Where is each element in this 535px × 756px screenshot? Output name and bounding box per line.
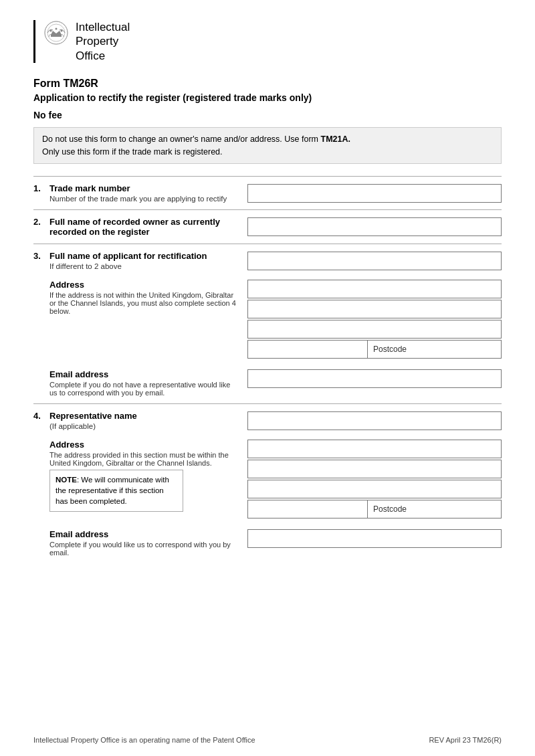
section-3-wrapper: 3. Full name of applicant for rectificat… [33,244,502,403]
svg-point-5 [56,28,58,30]
section-3-address-title: Address [49,280,237,290]
svg-rect-3 [51,35,62,37]
svg-point-1 [47,24,65,41]
logo-emblem [43,20,69,45]
section-3-postcode-label: Postcode [373,345,407,354]
page: Intellectual Property Office Form TM26R … [0,0,535,756]
section-3-address-label: Address If the address is not within the… [33,280,247,359]
org-name: Intellectual Property Office [76,20,130,63]
section-4-address-line-1[interactable] [247,440,502,458]
footer-left: Intellectual Property Office is an opera… [33,736,255,744]
representative-name-input[interactable] [247,411,502,430]
section-1-label: 1. Trade mark number Number of the trade… [33,183,247,203]
svg-marker-2 [51,31,62,35]
footer-right: REV April 23 TM26(R) [429,736,502,744]
section-4-address-inputs: Postcode [247,440,502,518]
form-title-h1: Form TM26R [33,78,98,89]
section-4-field [247,411,502,430]
section-2-field [247,217,502,237]
section-4-postcode-label: Postcode [373,504,407,514]
note-box: NOTE: We will communicate with the repre… [49,470,183,511]
section-3-address-line-2[interactable] [247,300,502,318]
section-4-label: 4. Representative name (If applicable) [33,411,247,430]
footer: Intellectual Property Office is an opera… [33,736,502,744]
section-4-wrapper: 4. Representative name (If applicable) A… [33,403,502,563]
section-3-email-input[interactable] [247,369,502,388]
section-4-address-label: Address The address provided in this sec… [33,440,247,518]
section-3-address-desc: If the address is not within the United … [49,291,237,315]
section-3-postcode-row: Postcode [247,340,502,359]
form-subtitle: Application to rectify the register (reg… [33,92,502,103]
section-4-email-label: Email address Complete if you would like… [33,529,247,557]
section-2-label: 2. Full name of recorded owner as curren… [33,217,247,237]
no-fee: No fee [33,110,502,120]
form-title: Form TM26R [33,78,502,90]
section-3-label: 3. Full name of applicant for rectificat… [33,251,247,270]
section-4-address-line-3[interactable] [247,480,502,498]
section-3-address-line-1[interactable] [247,280,502,298]
section-2: 2. Full name of recorded owner as curren… [33,209,502,244]
section-1: 1. Trade mark number Number of the trade… [33,176,502,209]
section-1-field [247,183,502,203]
section-4-address-line-2[interactable] [247,460,502,478]
section-3-address-inputs: Postcode [247,280,502,359]
recorded-owner-name-input[interactable] [247,217,502,236]
header: Intellectual Property Office [33,20,502,63]
section-3-email-label: Email address Complete if you do not hav… [33,369,247,397]
svg-point-0 [45,21,68,44]
applicant-name-input[interactable] [247,252,502,270]
section-4-postcode-row: Postcode [247,500,502,518]
section-3-field [247,251,502,270]
trade-mark-number-input[interactable] [247,184,502,203]
notice-box: Do not use this form to change an owner'… [33,127,502,165]
section-4-email-input[interactable] [247,529,502,548]
section-3-address-line-3[interactable] [247,320,502,339]
